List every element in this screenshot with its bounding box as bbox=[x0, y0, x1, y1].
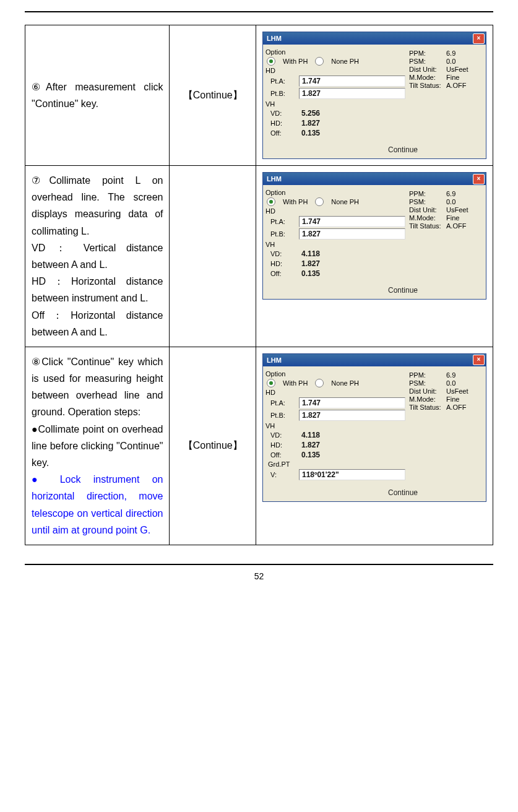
radio-with-ph[interactable] bbox=[267, 57, 275, 66]
ppm-label: PPM: bbox=[409, 371, 446, 379]
info-panel: PPM:6.9 PSM:0.0 Dist Unit:UsFeet M.Mode:… bbox=[409, 47, 482, 139]
key-indicator: 【Continue】 bbox=[170, 25, 256, 166]
ptb-label: Pt.B: bbox=[270, 230, 295, 238]
vd-value: 5.256 bbox=[299, 109, 320, 118]
radio-with-ph-label: With PH bbox=[283, 198, 308, 205]
hd-section-label: HD bbox=[265, 67, 405, 74]
hd-value: 1.827 bbox=[299, 259, 320, 268]
disabled-button bbox=[431, 488, 476, 498]
psm-value: 0.0 bbox=[446, 198, 482, 205]
pta-input[interactable]: 1.747 bbox=[299, 397, 405, 408]
ptb-label: Pt.B: bbox=[270, 412, 295, 419]
option-label: Option bbox=[265, 189, 405, 196]
continue-key-label: 【Continue】 bbox=[183, 90, 243, 100]
radio-with-ph[interactable] bbox=[267, 379, 275, 387]
distunit-value: UsFeet bbox=[446, 206, 482, 214]
bottom-rule bbox=[25, 564, 493, 565]
ptb-label: Pt.B: bbox=[270, 90, 295, 97]
vh-section-label: VH bbox=[265, 422, 405, 430]
off-value: 0.135 bbox=[299, 451, 320, 459]
ptb-input[interactable]: 1.827 bbox=[299, 88, 405, 99]
tilt-value: A.OFF bbox=[446, 404, 482, 411]
continue-button[interactable]: Continue bbox=[381, 145, 425, 155]
ppm-label: PPM: bbox=[409, 50, 446, 57]
vd-value: 4.118 bbox=[299, 431, 320, 439]
radio-none-ph[interactable] bbox=[315, 197, 324, 206]
pta-label: Pt.A: bbox=[270, 399, 295, 407]
continue-button[interactable]: Continue bbox=[381, 285, 425, 295]
top-rule bbox=[25, 11, 493, 12]
radio-none-ph[interactable] bbox=[315, 57, 324, 66]
hd-label: HD: bbox=[270, 119, 295, 127]
psm-label: PSM: bbox=[409, 379, 446, 387]
vd-value: 4.118 bbox=[299, 249, 320, 258]
dialog-title-text: LHM bbox=[267, 356, 282, 364]
disabled-button bbox=[431, 145, 476, 155]
close-icon[interactable]: × bbox=[473, 355, 485, 365]
continue-key-label: 【Continue】 bbox=[183, 440, 243, 451]
dialog-titlebar[interactable]: LHM × bbox=[263, 173, 486, 185]
mmode-label: M.Mode: bbox=[409, 214, 446, 222]
mmode-value: Fine bbox=[446, 395, 482, 403]
hd-value: 1.827 bbox=[299, 441, 320, 449]
psm-label: PSM: bbox=[409, 198, 446, 205]
info-panel: PPM:6.9 PSM:0.0 Dist Unit:UsFeet M.Mode:… bbox=[409, 369, 482, 482]
text-line: ⑧Click "Continue" key which is used for … bbox=[32, 356, 163, 418]
ppm-value: 6.9 bbox=[446, 190, 482, 197]
pta-input[interactable]: 1.747 bbox=[299, 216, 405, 227]
continue-button[interactable]: Continue bbox=[381, 488, 425, 498]
mmode-value: Fine bbox=[446, 74, 482, 81]
text-line: VD ： Vertical distance between A and L. bbox=[32, 243, 163, 270]
instruction-text: ⑦Collimate point L on overhead line. The… bbox=[25, 166, 170, 347]
tilt-label: Tilt Status: bbox=[409, 404, 446, 411]
dialog-titlebar[interactable]: LHM × bbox=[263, 32, 486, 45]
pta-input[interactable]: 1.747 bbox=[299, 76, 405, 87]
distunit-label: Dist Unit: bbox=[409, 387, 446, 395]
key-indicator: 【Continue】 bbox=[170, 347, 256, 545]
radio-with-ph[interactable] bbox=[267, 197, 275, 206]
tilt-label: Tilt Status: bbox=[409, 82, 446, 89]
ptb-input[interactable]: 1.827 bbox=[299, 410, 405, 421]
radio-with-ph-label: With PH bbox=[283, 58, 308, 65]
psm-label: PSM: bbox=[409, 58, 446, 65]
grd-sub-label: V: bbox=[270, 471, 295, 478]
instruction-table: ⑥After measurement click "Continue" key.… bbox=[25, 25, 493, 545]
screenshot-cell: LHM × Option With PH No bbox=[256, 166, 493, 347]
dialog-title-text: LHM bbox=[267, 35, 282, 42]
close-icon[interactable]: × bbox=[473, 33, 485, 44]
close-icon[interactable]: × bbox=[473, 174, 485, 184]
dialog-window: LHM × Option With PH No bbox=[262, 172, 486, 300]
hd-section-label: HD bbox=[265, 207, 405, 215]
mmode-value: Fine bbox=[446, 214, 482, 222]
radio-none-ph[interactable] bbox=[315, 379, 324, 387]
radio-with-ph-label: With PH bbox=[283, 379, 308, 387]
text-line: Off：Horizontal distance between A and L. bbox=[32, 310, 163, 337]
grd-label: Grd.PT bbox=[265, 460, 405, 468]
ppm-value: 6.9 bbox=[446, 371, 482, 379]
vd-label: VD: bbox=[270, 250, 295, 257]
off-label: Off: bbox=[270, 270, 295, 277]
instruction-text: ⑥After measurement click "Continue" key. bbox=[25, 25, 170, 166]
distunit-label: Dist Unit: bbox=[409, 206, 446, 214]
text-line: HD：Horizontal distance between instrumen… bbox=[32, 276, 163, 303]
dialog-titlebar[interactable]: LHM × bbox=[263, 354, 486, 366]
dialog-title-text: LHM bbox=[267, 175, 282, 183]
screenshot-cell: LHM × Option With PH No bbox=[256, 25, 493, 166]
key-indicator bbox=[170, 166, 256, 347]
ppm-label: PPM: bbox=[409, 190, 446, 197]
grd-input[interactable]: 118º01'22" bbox=[299, 469, 405, 480]
tilt-value: A.OFF bbox=[446, 82, 482, 89]
ppm-value: 6.9 bbox=[446, 50, 482, 57]
vh-section-label: VH bbox=[265, 100, 405, 108]
dialog-window: LHM × Option With PH No bbox=[262, 353, 486, 502]
tilt-label: Tilt Status: bbox=[409, 222, 446, 230]
table-row: ⑦Collimate point L on overhead line. The… bbox=[25, 166, 493, 347]
off-value: 0.135 bbox=[299, 269, 320, 278]
text-line: ⑦Collimate point L on overhead line. The… bbox=[32, 175, 163, 236]
ptb-input[interactable]: 1.827 bbox=[299, 228, 405, 240]
psm-value: 0.0 bbox=[446, 58, 482, 65]
table-row: ⑧Click "Continue" key which is used for … bbox=[25, 347, 493, 545]
page-number: 52 bbox=[25, 571, 493, 581]
off-value: 0.135 bbox=[299, 129, 320, 137]
distunit-value: UsFeet bbox=[446, 66, 482, 73]
